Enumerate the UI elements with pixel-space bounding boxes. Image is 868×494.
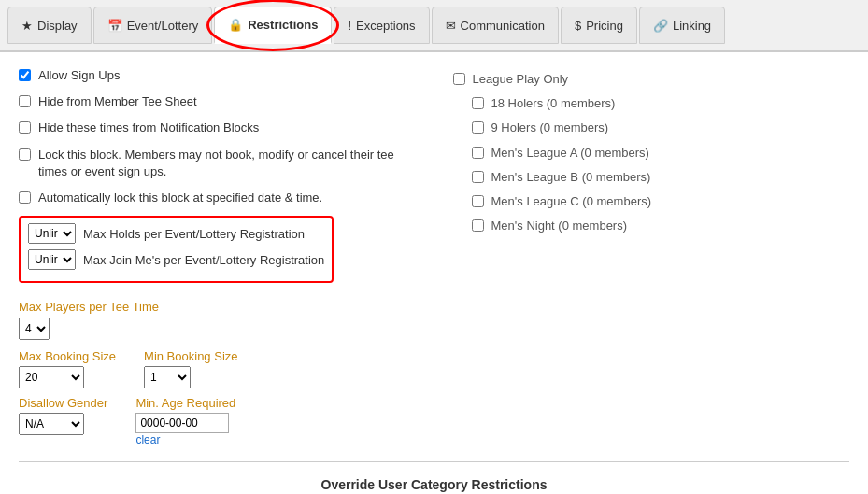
- max-booking-select[interactable]: 20 5 10 15: [19, 366, 84, 388]
- tab-communication-label: Communication: [461, 19, 545, 33]
- 18-holers-row: 18 Holers (0 members): [472, 95, 850, 112]
- disallow-gender-label: Disallow Gender: [19, 396, 107, 410]
- mens-night-row: Men's Night (0 members): [472, 218, 850, 234]
- highlighted-selects: Unlir 1 2 3 4 Max Holds per Event/Lotter…: [19, 216, 334, 283]
- tab-exceptions-label: Exceptions: [356, 19, 416, 33]
- mens-league-a-checkbox[interactable]: [472, 147, 484, 159]
- tab-display[interactable]: ★ Display: [7, 7, 92, 44]
- allow-signups-row: Allow Sign Ups: [19, 67, 416, 84]
- lock-block-label: Lock this block. Members may not book, m…: [38, 147, 416, 180]
- auto-lock-row: Automatically lock this block at specifi…: [19, 190, 416, 206]
- max-booking-label: Max Booking Size: [19, 349, 116, 363]
- right-column: League Play Only 18 Holers (0 members) 9…: [453, 67, 850, 446]
- league-sub-options: 18 Holers (0 members) 9 Holers (0 member…: [453, 95, 850, 234]
- tab-event-lottery-label: Event/Lottery: [127, 19, 199, 33]
- lock-block-checkbox[interactable]: [19, 148, 31, 161]
- mens-night-checkbox[interactable]: [472, 219, 484, 232]
- max-holds-row: Unlir 1 2 3 4 Max Holds per Event/Lotter…: [28, 223, 324, 244]
- mens-league-a-row: Men's League A (0 members): [472, 145, 850, 162]
- main-content: Allow Sign Ups Hide from Member Tee Shee…: [0, 52, 868, 494]
- dollar-icon: $: [575, 19, 581, 33]
- max-holds-label: Max Holds per Event/Lottery Registration: [83, 227, 305, 241]
- hide-member-tee-checkbox[interactable]: [19, 95, 31, 107]
- calendar-icon: 📅: [107, 19, 122, 33]
- tab-display-label: Display: [37, 19, 78, 33]
- envelope-icon: ✉: [446, 19, 456, 33]
- min-age-label: Min. Age Required: [135, 396, 235, 410]
- tab-exceptions[interactable]: ! Exceptions: [334, 7, 429, 44]
- mens-league-b-row: Men's League B (0 members): [472, 169, 850, 186]
- league-play-only-label: League Play Only: [473, 71, 569, 88]
- min-age-input[interactable]: [135, 413, 229, 433]
- left-column: Allow Sign Ups Hide from Member Tee Shee…: [19, 67, 416, 446]
- mens-league-b-label: Men's League B (0 members): [491, 169, 651, 186]
- allow-signups-checkbox[interactable]: [19, 69, 31, 81]
- allow-signups-label: Allow Sign Ups: [38, 67, 120, 84]
- mens-league-c-checkbox[interactable]: [472, 195, 484, 207]
- tab-restrictions-wrapper: 🔒 Restrictions: [214, 7, 332, 44]
- max-joins-select[interactable]: Unlir 1 2 3 4: [28, 249, 76, 270]
- mens-league-b-checkbox[interactable]: [472, 171, 484, 183]
- clear-link[interactable]: clear: [135, 433, 235, 446]
- 9-holers-row: 9 Holers (0 members): [472, 120, 850, 136]
- 18-holers-checkbox[interactable]: [472, 97, 484, 109]
- max-players-select[interactable]: 4 1 2 3 5: [19, 318, 50, 340]
- max-joins-row: Unlir 1 2 3 4 Max Join Me's per Event/Lo…: [28, 249, 324, 270]
- max-joins-label: Max Join Me's per Event/Lottery Registra…: [83, 253, 324, 267]
- tab-linking[interactable]: 🔗 Linking: [639, 7, 725, 44]
- league-play-only-row: League Play Only: [453, 71, 850, 88]
- booking-size-fields: Max Booking Size 20 5 10 15 Min Booking …: [19, 349, 416, 388]
- tab-restrictions-label: Restrictions: [248, 18, 318, 32]
- gender-age-fields: Disallow Gender N/A Male Female Min. Age…: [19, 396, 416, 446]
- mens-league-c-row: Men's League C (0 members): [472, 193, 850, 210]
- two-column-layout: Allow Sign Ups Hide from Member Tee Shee…: [19, 67, 849, 446]
- auto-lock-checkbox[interactable]: [19, 191, 31, 204]
- tab-event-lottery[interactable]: 📅 Event/Lottery: [93, 7, 213, 44]
- min-booking-label: Min Booking Size: [144, 349, 237, 363]
- max-booking-group: Max Booking Size 20 5 10 15: [19, 349, 116, 388]
- 18-holers-label: 18 Holers (0 members): [491, 95, 616, 112]
- tab-pricing-label: Pricing: [586, 19, 623, 33]
- league-play-only-checkbox[interactable]: [453, 73, 465, 85]
- mens-night-label: Men's Night (0 members): [491, 218, 628, 234]
- hide-notification-checkbox[interactable]: [19, 121, 31, 134]
- tab-pricing[interactable]: $ Pricing: [561, 7, 637, 44]
- hide-member-tee-row: Hide from Member Tee Sheet: [19, 93, 416, 110]
- auto-lock-label: Automatically lock this block at specifi…: [38, 190, 322, 206]
- min-age-group: Min. Age Required clear: [135, 396, 235, 446]
- min-booking-group: Min Booking Size 1 2 3: [144, 349, 237, 388]
- min-booking-select[interactable]: 1 2 3: [144, 366, 191, 388]
- disallow-gender-group: Disallow Gender N/A Male Female: [19, 396, 107, 435]
- override-title: Override User Category Restrictions: [19, 472, 849, 494]
- tab-communication[interactable]: ✉ Communication: [432, 7, 559, 44]
- lock-icon: 🔒: [228, 18, 243, 32]
- star-icon: ★: [21, 19, 33, 33]
- max-holds-select[interactable]: Unlir 1 2 3 4: [28, 223, 76, 244]
- tab-restrictions[interactable]: 🔒 Restrictions: [214, 7, 332, 44]
- disallow-gender-select[interactable]: N/A Male Female: [19, 413, 84, 435]
- 9-holers-checkbox[interactable]: [472, 121, 484, 134]
- exclamation-icon: !: [348, 19, 351, 33]
- mens-league-c-label: Men's League C (0 members): [491, 193, 652, 210]
- hide-member-tee-label: Hide from Member Tee Sheet: [38, 93, 197, 110]
- max-players-label: Max Players per Tee Time: [19, 300, 416, 314]
- tab-linking-label: Linking: [673, 19, 711, 33]
- link-icon: 🔗: [653, 19, 668, 33]
- mens-league-a-label: Men's League A (0 members): [491, 145, 649, 162]
- lock-block-row: Lock this block. Members may not book, m…: [19, 147, 416, 180]
- hide-notification-row: Hide these times from Notification Block…: [19, 120, 416, 136]
- section-divider: [19, 461, 849, 462]
- 9-holers-label: 9 Holers (0 members): [491, 120, 609, 136]
- tab-bar: ★ Display 📅 Event/Lottery 🔒 Restrictions…: [0, 0, 868, 52]
- hide-notification-label: Hide these times from Notification Block…: [38, 120, 259, 136]
